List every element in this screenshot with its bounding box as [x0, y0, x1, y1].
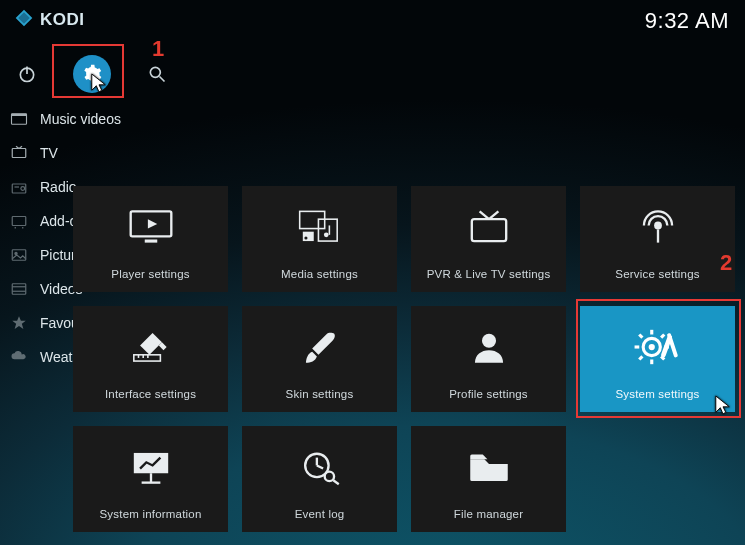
svg-rect-25: [144, 240, 157, 243]
tile-label: PVR & Live TV settings: [427, 268, 551, 280]
clock: 9:32 AM: [645, 8, 729, 34]
svg-rect-55: [133, 453, 167, 473]
svg-rect-17: [12, 250, 26, 261]
annotation-box-1: [52, 44, 124, 98]
svg-rect-31: [471, 219, 505, 241]
tile-system-information[interactable]: System information: [73, 426, 228, 532]
tile-skin-settings[interactable]: Skin settings: [242, 306, 397, 412]
svg-point-28: [304, 236, 307, 239]
sidebar-item-favourites[interactable]: Favourites: [0, 306, 62, 340]
tile-media-settings[interactable]: Media settings: [242, 186, 397, 292]
folder-icon: [464, 426, 514, 508]
tile-service-settings[interactable]: Service settings: [580, 186, 735, 292]
svg-rect-8: [12, 149, 26, 158]
tile-label: Skin settings: [286, 388, 354, 400]
paintbrush-icon: [295, 306, 345, 388]
tile-event-log[interactable]: Event log: [242, 426, 397, 532]
sidebar-item-label: TV: [40, 145, 58, 161]
annotation-box-2: [576, 299, 741, 418]
tile-label: System information: [99, 508, 201, 520]
svg-rect-7: [12, 114, 27, 116]
tile-label: Player settings: [111, 268, 189, 280]
svg-point-12: [21, 187, 25, 191]
clock-search-icon: [295, 426, 345, 508]
tile-label: Event log: [295, 508, 345, 520]
svg-point-4: [150, 67, 160, 77]
tile-label: Media settings: [281, 268, 358, 280]
kodi-logo-icon: [14, 8, 34, 33]
tile-pvr-settings[interactable]: PVR & Live TV settings: [411, 186, 566, 292]
monitor-play-icon: [126, 186, 176, 268]
annotation-step-1: 1: [152, 36, 164, 62]
top-bar: KODI 9:32 AM: [0, 0, 745, 40]
svg-rect-14: [12, 217, 26, 226]
sidebar-item-videos[interactable]: Videos: [0, 272, 62, 306]
presentation-icon: [126, 426, 176, 508]
sidebar-item-weather[interactable]: Weather: [0, 340, 62, 374]
sidebar-item-label: Radio: [40, 179, 77, 195]
svg-marker-22: [12, 316, 26, 329]
svg-marker-24: [147, 219, 156, 228]
svg-line-60: [316, 465, 322, 468]
svg-rect-27: [302, 232, 313, 241]
svg-marker-40: [140, 333, 162, 355]
svg-point-34: [654, 222, 662, 230]
pencil-ruler-icon: [126, 306, 176, 388]
media-library-icon: [295, 186, 345, 268]
tv-antenna-icon: [464, 186, 514, 268]
tile-player-settings[interactable]: Player settings: [73, 186, 228, 292]
sidebar-item-tv[interactable]: TV: [0, 136, 62, 170]
broadcast-icon: [633, 186, 683, 268]
svg-line-62: [333, 480, 338, 484]
search-icon[interactable]: [145, 62, 169, 86]
tile-label: Interface settings: [105, 388, 196, 400]
svg-point-42: [481, 334, 495, 348]
tile-label: Service settings: [615, 268, 699, 280]
svg-point-61: [324, 472, 333, 481]
sidebar-item-label: Music videos: [40, 111, 121, 127]
user-profile-icon: [464, 306, 514, 388]
sidebar-item-music-videos[interactable]: Music videos: [0, 102, 62, 136]
svg-rect-11: [12, 184, 26, 193]
sidebar-item-radio[interactable]: Radio: [0, 170, 62, 204]
svg-rect-19: [12, 284, 26, 295]
tile-file-manager[interactable]: File manager: [411, 426, 566, 532]
sidebar-item-addons[interactable]: Add-ons: [0, 204, 62, 238]
svg-point-30: [323, 232, 328, 237]
tile-profile-settings[interactable]: Profile settings: [411, 306, 566, 412]
svg-rect-29: [318, 219, 337, 241]
sidebar: Music videos TV Radio Add-ons Pictures V…: [0, 102, 62, 374]
tile-label: Profile settings: [449, 388, 528, 400]
sidebar-item-pictures[interactable]: Pictures: [0, 238, 62, 272]
svg-line-5: [160, 77, 165, 82]
tile-interface-settings[interactable]: Interface settings: [73, 306, 228, 412]
app-logo: KODI: [14, 8, 85, 33]
tile-label: File manager: [454, 508, 524, 520]
app-name: KODI: [40, 10, 85, 30]
power-icon[interactable]: [15, 62, 39, 86]
annotation-step-2: 2: [720, 250, 732, 276]
